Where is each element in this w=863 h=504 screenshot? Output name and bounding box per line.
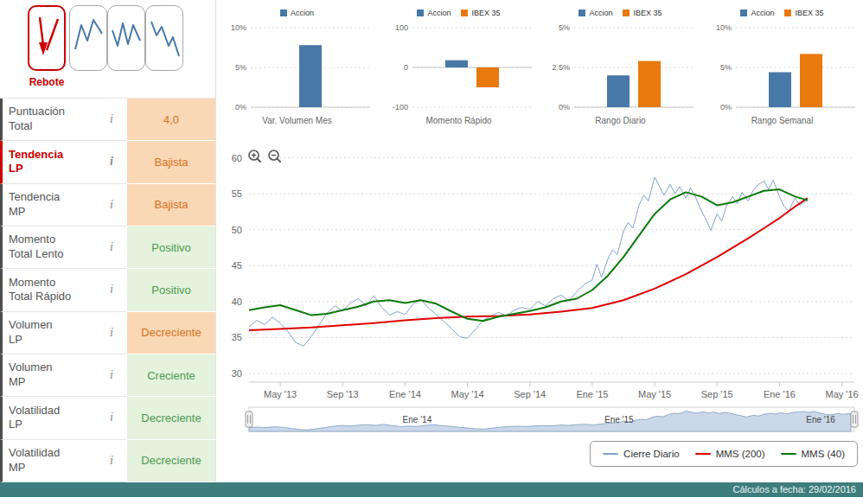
legend-item[interactable]: Accion xyxy=(579,9,612,17)
indicator-label: Volumen LPi xyxy=(0,312,127,354)
mini-chart: AccionIBEX 35-1000100Momento Rápido xyxy=(378,0,540,137)
pattern-icon-2[interactable] xyxy=(69,5,107,71)
svg-text:Ene '16: Ene '16 xyxy=(806,415,835,424)
footer-text: Cálculos a fecha: 29/02/2016 xyxy=(733,484,857,494)
indicator-row[interactable]: Volumen LPiDecreciente xyxy=(0,312,215,354)
navigator-handle[interactable] xyxy=(851,411,858,427)
legend-label: Accion xyxy=(291,9,314,17)
legend-item[interactable]: MMS (40) xyxy=(781,449,845,459)
info-icon[interactable]: i xyxy=(110,453,113,469)
indicator-label: Volatilidad MPi xyxy=(0,440,127,482)
charts-panel: Accion0%5%10%Var. Volumen MesAccionIBEX … xyxy=(216,0,863,482)
legend-label: Accion xyxy=(751,9,774,17)
svg-text:2.5%: 2.5% xyxy=(552,63,570,72)
svg-text:Ene '16: Ene '16 xyxy=(764,389,796,399)
bar xyxy=(607,75,630,107)
legend-swatch xyxy=(784,10,791,16)
legend-item[interactable]: IBEX 35 xyxy=(623,9,662,17)
legend-swatch xyxy=(280,10,287,16)
legend-line-sample xyxy=(695,453,711,456)
bar xyxy=(800,54,822,107)
pattern-icon-3[interactable] xyxy=(107,5,145,71)
svg-text:55: 55 xyxy=(232,188,242,199)
svg-text:Sep '14: Sep '14 xyxy=(514,389,546,399)
svg-text:5%: 5% xyxy=(720,63,732,72)
pattern-icon-4[interactable] xyxy=(145,5,183,71)
legend-item[interactable]: Cierre Diario xyxy=(603,449,680,459)
info-icon[interactable]: i xyxy=(110,367,113,383)
indicator-row[interactable]: Puntuación Totali4,0 xyxy=(0,99,215,141)
legend-item[interactable]: IBEX 35 xyxy=(784,9,823,17)
indicator-row[interactable]: Momento Total LentoiPositivo xyxy=(0,226,215,269)
footer-bar: Cálculos a fecha: 29/02/2016 xyxy=(0,482,863,497)
svg-text:May '13: May '13 xyxy=(264,389,297,399)
legend-item[interactable]: Accion xyxy=(417,9,451,17)
mini-bar-chart: -1000100 xyxy=(378,22,540,114)
range-navigator[interactable]: Ene '14Ene '15Ene '16 xyxy=(216,405,863,437)
svg-text:0%: 0% xyxy=(235,103,246,112)
svg-text:0: 0 xyxy=(404,63,408,72)
indicator-value: Positivo xyxy=(127,226,215,269)
info-icon[interactable]: i xyxy=(110,282,113,297)
svg-text:10%: 10% xyxy=(231,23,246,32)
indicator-label-text: Volumen LP xyxy=(9,318,53,348)
mini-chart-title: Rango Diario xyxy=(540,116,701,125)
indicator-label: Momento Total Rápidoi xyxy=(0,269,127,311)
info-icon[interactable]: i xyxy=(110,410,113,425)
mini-chart: AccionIBEX 350%2.5%5%Rango Diario xyxy=(540,0,701,137)
info-icon[interactable]: i xyxy=(110,325,113,341)
indicator-label-text: Puntuación Total xyxy=(9,105,65,134)
indicator-row[interactable]: Volatilidad MPiDecreciente xyxy=(0,440,215,482)
bar xyxy=(445,61,468,67)
legend-line-sample xyxy=(603,453,618,455)
mini-chart-title: Momento Rápido xyxy=(378,116,540,125)
legend-label: IBEX 35 xyxy=(795,9,823,17)
svg-text:Ene '14: Ene '14 xyxy=(403,415,432,424)
indicator-row[interactable]: Momento Total RápidoiPositivo xyxy=(0,269,215,311)
svg-text:5%: 5% xyxy=(235,63,246,72)
left-panel: Rebote Puntuación Totali4,0Tendencia LPi… xyxy=(0,0,216,482)
indicator-row[interactable]: Tendencia MPiBajista xyxy=(0,184,215,226)
legend-swatch xyxy=(740,10,747,16)
price-chart[interactable]: 30354045505560May '13Sep '13Ene '14May '… xyxy=(216,137,863,401)
svg-text:40: 40 xyxy=(232,297,242,307)
svg-text:Ene '15: Ene '15 xyxy=(604,415,634,424)
legend-item[interactable]: Accion xyxy=(740,9,774,17)
mini-chart-legend: AccionIBEX 35 xyxy=(701,9,863,17)
info-icon[interactable]: i xyxy=(110,197,113,213)
zoom-out-icon[interactable] xyxy=(267,149,283,164)
indicator-table: Puntuación Totali4,0Tendencia LPiBajista… xyxy=(0,98,215,482)
svg-text:0%: 0% xyxy=(559,103,570,112)
info-icon[interactable]: i xyxy=(110,154,113,169)
indicator-label: Tendencia MPi xyxy=(0,184,127,226)
info-icon[interactable]: i xyxy=(110,239,113,255)
mini-chart-legend: AccionIBEX 35 xyxy=(540,9,701,17)
indicator-label: Volatilidad LPi xyxy=(0,397,127,439)
info-icon[interactable]: i xyxy=(110,112,113,127)
legend-item[interactable]: Accion xyxy=(280,9,314,17)
pattern-icon-rebote[interactable] xyxy=(28,5,66,71)
indicator-label: Volumen MPi xyxy=(0,354,127,397)
indicator-label: Tendencia LPi xyxy=(0,141,127,183)
zoom-in-icon[interactable] xyxy=(247,149,263,164)
bar xyxy=(769,73,791,108)
bar xyxy=(299,45,322,107)
series-line-cierre-diario xyxy=(249,177,808,347)
legend-swatch xyxy=(579,10,585,16)
svg-text:10%: 10% xyxy=(716,23,732,32)
legend-item[interactable]: IBEX 35 xyxy=(461,9,500,17)
navigator-area[interactable] xyxy=(249,411,851,431)
legend-label: IBEX 35 xyxy=(633,9,662,17)
svg-text:May '15: May '15 xyxy=(638,389,671,399)
navigator-handle[interactable] xyxy=(246,411,253,427)
indicator-row[interactable]: Tendencia LPiBajista xyxy=(0,141,215,183)
legend-item[interactable]: MMS (200) xyxy=(695,449,765,459)
mini-charts-row: Accion0%5%10%Var. Volumen MesAccionIBEX … xyxy=(216,0,863,137)
svg-text:Ene '14: Ene '14 xyxy=(389,389,421,399)
mini-chart-title: Rango Semanal xyxy=(701,116,863,125)
indicator-row[interactable]: Volatilidad LPiDecreciente xyxy=(0,397,215,439)
indicator-row[interactable]: Volumen MPiCreciente xyxy=(0,354,215,397)
mini-chart-legend: AccionIBEX 35 xyxy=(378,9,540,17)
indicator-value: Decreciente xyxy=(127,440,215,482)
svg-text:30: 30 xyxy=(232,368,242,379)
